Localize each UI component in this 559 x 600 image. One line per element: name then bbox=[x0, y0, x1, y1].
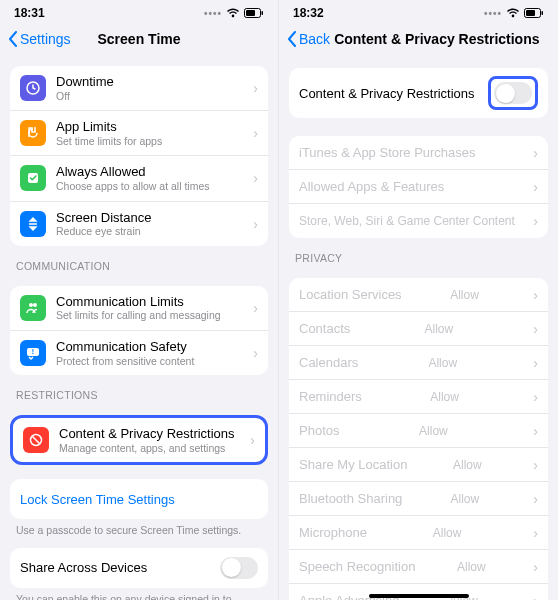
chevron-right-icon: › bbox=[533, 355, 538, 371]
share-toggle[interactable] bbox=[220, 557, 258, 579]
row-content-privacy[interactable]: Content & Privacy RestrictionsManage con… bbox=[13, 418, 265, 462]
row-privacy-calendars[interactable]: CalendarsAllow› bbox=[289, 346, 548, 380]
chevron-right-icon: › bbox=[533, 321, 538, 337]
row-lock-settings[interactable]: Lock Screen Time Settings bbox=[10, 479, 268, 519]
chevron-right-icon: › bbox=[533, 593, 538, 601]
row-store-web[interactable]: Store, Web, Siri & Game Center Content › bbox=[289, 204, 548, 238]
svg-point-6 bbox=[33, 303, 37, 307]
row-title: Speech Recognition bbox=[299, 559, 415, 574]
row-value: Allow bbox=[433, 526, 462, 540]
row-distance[interactable]: Screen DistanceReduce eye strain › bbox=[10, 202, 268, 246]
row-title: Lock Screen Time Settings bbox=[20, 492, 175, 507]
row-privacy-speech[interactable]: Speech RecognitionAllow› bbox=[289, 550, 548, 584]
svg-rect-2 bbox=[262, 11, 264, 15]
row-applimits[interactable]: App LimitsSet time limits for apps › bbox=[10, 111, 268, 156]
chevron-right-icon: › bbox=[533, 179, 538, 195]
row-always[interactable]: Always AllowedChoose apps to allow at al… bbox=[10, 156, 268, 201]
row-title: Communication Limits bbox=[56, 294, 221, 310]
row-cpr-toggle[interactable]: Content & Privacy Restrictions bbox=[289, 68, 548, 118]
status-icons: •••• bbox=[204, 8, 264, 19]
lock-note: Use a passcode to secure Screen Time set… bbox=[10, 519, 268, 538]
row-privacy-bluetooth[interactable]: Bluetooth SharingAllow› bbox=[289, 482, 548, 516]
row-title: Bluetooth Sharing bbox=[299, 491, 402, 506]
row-privacy-reminders[interactable]: RemindersAllow› bbox=[289, 380, 548, 414]
share-note: You can enable this on any device signed… bbox=[10, 588, 268, 600]
chevron-right-icon: › bbox=[250, 432, 255, 448]
status-time: 18:32 bbox=[293, 6, 324, 20]
downtime-icon bbox=[20, 75, 46, 101]
row-title: Share Across Devices bbox=[20, 560, 147, 575]
row-title: Location Services bbox=[299, 287, 402, 302]
row-sub: Choose apps to allow at all times bbox=[56, 180, 210, 193]
row-value: Allow bbox=[451, 492, 480, 506]
battery-icon bbox=[244, 8, 264, 18]
chevron-left-icon bbox=[287, 31, 297, 47]
chevron-right-icon: › bbox=[533, 145, 538, 161]
row-title: Calendars bbox=[299, 355, 358, 370]
back-button[interactable]: Back bbox=[287, 31, 330, 47]
row-title: Share My Location bbox=[299, 457, 407, 472]
row-value: Allow bbox=[430, 390, 459, 404]
svg-rect-11 bbox=[526, 10, 535, 16]
row-privacy-location[interactable]: Location ServicesAllow› bbox=[289, 278, 548, 312]
status-icons: •••• bbox=[484, 8, 544, 19]
chevron-right-icon: › bbox=[533, 457, 538, 473]
svg-point-5 bbox=[29, 303, 33, 307]
distance-icon bbox=[20, 211, 46, 237]
row-title: Allowed Apps & Features bbox=[299, 179, 444, 194]
toggle-highlight bbox=[488, 76, 538, 110]
row-itunes[interactable]: iTunes & App Store Purchases › bbox=[289, 136, 548, 170]
svg-rect-12 bbox=[542, 11, 544, 15]
cell-dots-icon: •••• bbox=[484, 8, 502, 19]
row-privacy-microphone[interactable]: MicrophoneAllow› bbox=[289, 516, 548, 550]
page-title: Screen Time bbox=[97, 31, 180, 47]
svg-rect-1 bbox=[246, 10, 255, 16]
row-commsafety[interactable]: ! Communication SafetyProtect from sensi… bbox=[10, 331, 268, 375]
chevron-left-icon bbox=[8, 31, 18, 47]
battery-icon bbox=[524, 8, 544, 18]
chevron-right-icon: › bbox=[253, 216, 258, 232]
row-title: Content & Privacy Restrictions bbox=[59, 426, 235, 442]
chevron-right-icon: › bbox=[253, 300, 258, 316]
wifi-icon bbox=[226, 8, 240, 18]
row-share-devices[interactable]: Share Across Devices bbox=[10, 548, 268, 588]
row-commlimits[interactable]: Communication LimitsSet limits for calli… bbox=[10, 286, 268, 331]
commlimits-icon bbox=[20, 295, 46, 321]
applimits-icon bbox=[20, 120, 46, 146]
row-allowed-apps[interactable]: Allowed Apps & Features › bbox=[289, 170, 548, 204]
row-title: Downtime bbox=[56, 74, 114, 90]
back-button[interactable]: Settings bbox=[8, 31, 71, 47]
back-label: Back bbox=[299, 31, 330, 47]
row-sub: Set limits for calling and messaging bbox=[56, 309, 221, 322]
row-downtime[interactable]: DowntimeOff › bbox=[10, 66, 268, 111]
row-sub: Protect from sensitive content bbox=[56, 355, 194, 368]
chevron-right-icon: › bbox=[533, 389, 538, 405]
row-privacy-photos[interactable]: PhotosAllow› bbox=[289, 414, 548, 448]
row-title: Screen Distance bbox=[56, 210, 151, 226]
row-title: Contacts bbox=[299, 321, 350, 336]
svg-text:!: ! bbox=[32, 348, 34, 355]
chevron-right-icon: › bbox=[533, 559, 538, 575]
home-indicator bbox=[369, 594, 469, 598]
row-value: Allow bbox=[450, 288, 479, 302]
cell-dots-icon: •••• bbox=[204, 8, 222, 19]
row-title: Communication Safety bbox=[56, 339, 194, 355]
row-title: Reminders bbox=[299, 389, 362, 404]
row-title: Always Allowed bbox=[56, 164, 210, 180]
status-time: 18:31 bbox=[14, 6, 45, 20]
chevron-right-icon: › bbox=[253, 125, 258, 141]
chevron-right-icon: › bbox=[533, 213, 538, 229]
chevron-right-icon: › bbox=[533, 287, 538, 303]
chevron-right-icon: › bbox=[533, 423, 538, 439]
row-sub: Set time limits for apps bbox=[56, 135, 162, 148]
row-title: Photos bbox=[299, 423, 339, 438]
row-privacy-sharemyloc[interactable]: Share My LocationAllow› bbox=[289, 448, 548, 482]
row-privacy-contacts[interactable]: ContactsAllow› bbox=[289, 312, 548, 346]
back-label: Settings bbox=[20, 31, 71, 47]
cpr-toggle[interactable] bbox=[494, 82, 532, 104]
row-value: Allow bbox=[419, 424, 448, 438]
section-privacy: Privacy bbox=[289, 238, 548, 268]
chevron-right-icon: › bbox=[253, 80, 258, 96]
restrictions-icon bbox=[23, 427, 49, 453]
row-title: App Limits bbox=[56, 119, 162, 135]
